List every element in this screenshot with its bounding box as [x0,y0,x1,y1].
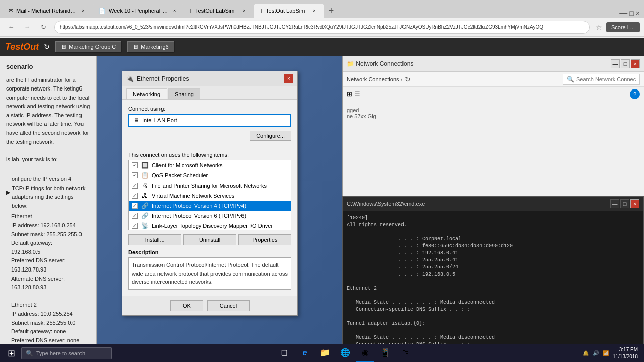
address-text: https://labsimapp.testout.com/v6_0_523/s… [60,24,543,30]
tab1-label: Mail - Michael Refsnider - Out... [16,8,76,14]
maximize-browser-btn[interactable]: □ [629,9,633,17]
checkbox-client-networks[interactable] [132,162,138,168]
edge-icon: e [303,348,307,357]
taskbar-task-view[interactable]: ❑ [276,344,294,363]
checkbox-qos[interactable] [132,172,138,178]
list-item-virtual-machine[interactable]: 🖧 Virtual Machine Network Services [129,191,291,201]
testout-toolbar: TestOut ↻ 🖥 Marketing Group C 🖥 Marketin… [0,38,644,56]
properties-button[interactable]: Properties [238,234,291,245]
back-button[interactable]: ← [4,20,18,34]
browser-tab-3[interactable]: T TestOut LabSim × [183,4,254,18]
dialog-body: Connect using: 🖥 Intel LAN Port Configur… [122,100,297,296]
ethernet-properties-dialog: 🔌 Ethernet Properties × Networking Shari… [122,71,298,316]
list-item-text-6: Internet Protocol Version 6 (TCP/IPv6) [152,213,246,219]
bookmark-button[interactable]: ☆ [596,23,602,31]
cancel-button[interactable]: Cancel [207,300,250,311]
tab1-close[interactable]: × [79,7,87,14]
tab4-close[interactable]: × [311,7,318,14]
qos-icon: 📋 [141,171,149,179]
client-networks-icon: 🔲 [141,161,149,169]
taskbar-clock[interactable]: 3:17 PM 11/13/2018 [613,346,638,360]
tab2-favicon: 📄 [99,8,106,14]
browser-tab-4[interactable]: T TestOut LabSim × [254,4,324,18]
checkbox-file-printer[interactable] [132,183,138,189]
task-view-icon: ❑ [281,349,288,357]
list-item-file-printer[interactable]: 🖨 File and Printer Sharing for Microsoft… [129,180,291,191]
taskbar-phone[interactable]: 📱 [376,344,394,363]
tab-sharing[interactable]: Sharing [168,88,200,99]
dialog-network-icon: 🔌 [126,75,134,82]
checkbox-topology-mapper[interactable] [132,223,138,229]
minimize-browser-btn[interactable]: — [619,9,627,18]
list-item-text-3: File and Printer Sharing for Microsoft N… [152,183,267,189]
clock-time: 3:17 PM [613,346,638,353]
list-item-text-2: QoS Packet Scheduler [152,172,208,178]
list-item-ipv6[interactable]: 🔗 Internet Protocol Version 6 (TCP/IPv6) [129,211,291,221]
tray-notification-icon[interactable]: 🔔 [583,350,589,356]
dialog-tabs: Networking Sharing [122,86,297,100]
monitor-icon: 🖥 [61,44,66,50]
store-icon: 🛍 [401,348,410,357]
nav-bar: ← → ↻ https://labsimapp.testout.com/v6_0… [0,18,644,37]
address-bar[interactable]: https://labsimapp.testout.com/v6_0_523/s… [54,21,590,34]
browser-chrome: ✉ Mail - Michael Refsnider - Out... × 📄 … [0,0,644,38]
tab2-close[interactable]: × [172,7,177,14]
ipv6-icon: 🔗 [141,212,149,220]
browser-tab-1[interactable]: ✉ Mail - Michael Refsnider - Out... × [3,4,93,18]
scenario-text: are the IT administrator for a corporate… [6,76,90,354]
tab2-label: Week 10 - Peripheral Devices... [109,8,169,14]
taskbar-chrome[interactable]: ◉ [356,344,374,363]
dialog-footer: OK Cancel [122,296,297,315]
list-item-topology-mapper[interactable]: 📡 Link-Layer Topology Discovery Mapper I… [129,221,291,230]
toolbar-refresh-button[interactable]: ↻ [44,43,50,51]
refresh-button[interactable]: ↻ [36,20,50,34]
scenario-title: scenario [6,62,90,72]
tab-networking[interactable]: Networking [126,88,167,99]
scenario-panel: scenario are the IT administrator for a … [0,56,97,362]
lan-port-icon: 🖥 [133,117,139,124]
new-tab-button[interactable]: + [324,4,338,18]
start-button[interactable]: ⊞ [2,344,20,363]
list-item-text-1: Client for Microsoft Networks [152,162,223,168]
uninstall-button[interactable]: Uninstall [183,234,236,245]
items-label: This connection uses the following items… [128,152,291,158]
dialog-title: Ethernet Properties [137,75,284,82]
close-browser-btn[interactable]: × [636,9,640,17]
score-button[interactable]: Score L... [606,22,640,32]
taskbar-file-explorer[interactable]: 📁 [316,344,334,363]
taskbar-ie[interactable]: 🌐 [336,344,354,363]
section-header-ethernet[interactable]: onfigure the IP version 4 TCP/IP ttings … [6,175,90,210]
taskbar-search-icon: 🔍 [26,350,33,357]
list-item-ipv4[interactable]: 🔗 Internet Protocol Version 4 (TCP/IPv4) [129,201,291,211]
taskbar-search-box[interactable]: 🔍 Type here to search [21,347,112,359]
taskbar-edge[interactable]: e [296,344,314,363]
browser-tab-2[interactable]: 📄 Week 10 - Peripheral Devices... × [93,4,183,18]
tab4-favicon: T [260,8,263,14]
configure-button[interactable]: Configure... [250,131,291,141]
ethernet-settings: Ethernet IP address: 192.168.0.254 Subne… [6,212,90,354]
tray-network-icon[interactable]: 📶 [603,350,609,356]
marketing6-button[interactable]: 🖥 Marketing6 [127,41,174,53]
dialog-action-buttons: Install... Uninstall Properties [128,234,291,245]
ok-button[interactable]: OK [170,300,203,311]
simulation-area: 📁 Network Connections — □ × Network Conn… [97,56,644,362]
system-tray: 🔔 🔊 📶 3:17 PM 11/13/2018 [579,346,642,360]
checkbox-ipv4[interactable] [132,203,138,209]
chrome-icon: ◉ [362,348,369,357]
ie-icon: 🌐 [340,348,350,357]
list-item-qos[interactable]: 📋 QoS Packet Scheduler [129,170,291,180]
items-list: 🔲 Client for Microsoft Networks 📋 QoS Pa… [128,160,291,230]
dialog-close-button[interactable]: × [284,74,293,83]
list-item-client-networks[interactable]: 🔲 Client for Microsoft Networks [129,160,291,170]
marketing-group-c-button[interactable]: 🖥 Marketing Group C [55,41,122,53]
forward-button[interactable]: → [20,20,34,34]
checkbox-ipv6[interactable] [132,213,138,219]
install-button[interactable]: Install... [128,234,181,245]
taskbar-store[interactable]: 🛍 [396,344,415,363]
tab3-close[interactable]: × [240,7,248,14]
windows-logo: ⊞ [8,348,15,359]
tray-volume-icon[interactable]: 🔊 [593,350,599,356]
file-explorer-icon: 📁 [320,348,330,357]
main-area: scenario are the IT administrator for a … [0,56,644,362]
checkbox-virtual-machine[interactable] [132,193,138,199]
